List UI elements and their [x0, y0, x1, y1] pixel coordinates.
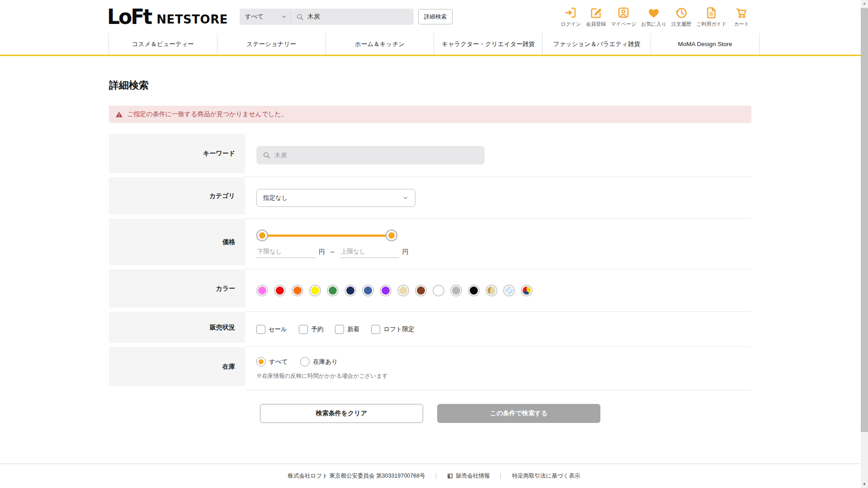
nav-item-stationery[interactable]: ステーショナリー — [217, 33, 326, 55]
keyword-field[interactable] — [256, 146, 485, 164]
clear-conditions-button[interactable]: 検索条件をクリア — [260, 404, 423, 423]
scrollbar[interactable]: ▲ ▼ — [861, 0, 868, 488]
keyword-input[interactable] — [274, 152, 478, 159]
radio-all-control[interactable] — [256, 357, 266, 366]
seller-info-link[interactable]: 販売会社情報 — [447, 472, 490, 480]
radio-all[interactable]: すべて — [256, 357, 288, 366]
footer: 株式会社ロフト 東京都公安委員会 第303319700768号 販売会社情報 特… — [0, 464, 868, 488]
color-swatch-clear[interactable] — [503, 285, 515, 296]
color-swatch-gray[interactable] — [450, 285, 462, 296]
guide-label: ご利用ガイド — [696, 21, 726, 28]
keyword-content — [245, 134, 751, 177]
stock-row: 在庫 すべて 在庫あり ※在庫情報の反映に時間がかかる場合がございます — [109, 347, 751, 390]
scrollbar-up-arrow[interactable]: ▲ — [861, 1, 868, 5]
guide-icon — [704, 6, 718, 19]
color-swatch-purple[interactable] — [380, 285, 392, 296]
sales-status-content: セール 予約 新着 ロフト限定 — [245, 312, 751, 347]
mypage-icon — [617, 6, 630, 19]
login-link[interactable]: ログイン — [561, 6, 581, 28]
checkbox-preorder[interactable]: 予約 — [299, 325, 323, 334]
price-slider-handle-max[interactable] — [386, 230, 397, 241]
footer-divider — [436, 473, 436, 479]
color-swatch-blue[interactable] — [362, 285, 374, 296]
search-submit-button[interactable]: この条件で検索する — [437, 404, 600, 423]
radio-in-stock-control[interactable] — [300, 357, 310, 366]
guide-link[interactable]: ご利用ガイド — [696, 6, 726, 28]
mypage-link[interactable]: マイページ — [611, 6, 636, 28]
price-row: 価格 円 ～ 円 — [109, 219, 751, 269]
color-swatch-green[interactable] — [327, 285, 339, 296]
mypage-label: マイページ — [611, 21, 636, 28]
category-row: カテゴリ 指定なし — [109, 177, 751, 219]
nav-item-fashion[interactable]: ファッション＆バラエティ雑貨 — [542, 33, 651, 55]
price-min-input[interactable] — [256, 248, 316, 258]
order-history-link[interactable]: 注文履歴 — [671, 6, 691, 28]
favorites-link[interactable]: お気に入り — [641, 6, 666, 28]
radio-in-stock[interactable]: 在庫あり — [300, 357, 338, 366]
price-max-input[interactable] — [340, 248, 399, 258]
favorites-icon — [647, 6, 660, 19]
nav-item-character[interactable]: キャラクター・クリエイター雑貨 — [434, 33, 542, 55]
price-tilde: ～ — [330, 248, 336, 256]
price-slider-track — [262, 235, 392, 237]
color-swatch-black[interactable] — [468, 285, 480, 296]
company-icon — [447, 473, 453, 479]
color-swatch-red[interactable] — [274, 285, 286, 296]
sales-status-row: 販売状況 セール 予約 新着 — [109, 312, 751, 347]
sales-status-options: セール 予約 新着 ロフト限定 — [256, 325, 751, 334]
checkbox-loft-exclusive[interactable]: ロフト限定 — [371, 325, 414, 334]
cart-icon — [735, 6, 748, 19]
color-swatch-yellow[interactable] — [309, 285, 321, 296]
main-content: 詳細検索 ご指定の条件に一致する商品が見つかりませんでした。 キーワード カテゴ… — [109, 79, 751, 423]
search-scope-select[interactable]: すべて — [240, 9, 290, 25]
nav-item-moma[interactable]: MoMA Design Store — [651, 33, 760, 55]
nav-item-cosmetics[interactable]: コスメ＆ビューティー — [108, 33, 217, 55]
category-select[interactable]: 指定なし — [256, 189, 415, 207]
color-label: カラー — [109, 269, 245, 308]
stock-label: 在庫 — [109, 347, 245, 386]
color-swatch-gold[interactable] — [486, 285, 497, 296]
checkbox-preorder-box[interactable] — [299, 325, 308, 334]
checkbox-new-box[interactable] — [335, 325, 344, 334]
checkbox-loft-exclusive-box[interactable] — [371, 325, 380, 334]
radio-in-stock-label: 在庫あり — [313, 358, 338, 366]
scrollbar-thumb[interactable] — [861, 8, 868, 432]
checkbox-sale[interactable]: セール — [256, 325, 287, 334]
color-swatch-brown[interactable] — [415, 285, 427, 296]
seller-info-label: 販売会社情報 — [456, 472, 490, 480]
detail-search-button-label: 詳細検索 — [424, 13, 447, 21]
radio-all-label: すべて — [269, 358, 288, 366]
detail-search-button[interactable]: 詳細検索 — [418, 9, 453, 24]
price-label: 価格 — [109, 219, 245, 265]
search-icon — [263, 151, 270, 159]
scrollbar-down-arrow[interactable]: ▼ — [861, 482, 868, 486]
checkbox-sale-box[interactable] — [256, 325, 265, 334]
clear-conditions-label: 検索条件をクリア — [316, 409, 367, 418]
color-swatch-multicolor[interactable] — [521, 285, 533, 296]
nav-item-home-kitchen[interactable]: ホーム＆キッチン — [326, 33, 434, 55]
color-content — [245, 269, 751, 312]
checkbox-sale-label: セール — [269, 325, 287, 333]
commercial-law-label: 特定商取引法に基づく表示 — [512, 472, 580, 480]
loft-logo[interactable]: LoFt NETSTORE — [107, 7, 228, 27]
register-link[interactable]: 会員登録 — [586, 6, 606, 28]
commercial-law-link[interactable]: 特定商取引法に基づく表示 — [512, 472, 580, 480]
checkbox-new[interactable]: 新着 — [335, 325, 359, 334]
color-swatch-orange[interactable] — [292, 285, 303, 296]
cart-link[interactable]: カート — [731, 6, 751, 28]
login-icon — [564, 6, 578, 19]
keyword-row: キーワード — [109, 134, 751, 177]
color-swatch-white[interactable] — [433, 285, 444, 296]
footer-divider — [500, 473, 501, 479]
color-swatch-pink[interactable] — [256, 285, 268, 296]
search-input[interactable] — [307, 13, 398, 20]
color-swatch-beige[interactable] — [397, 285, 409, 296]
color-swatch-navy[interactable] — [344, 285, 356, 296]
checkbox-preorder-label: 予約 — [311, 325, 323, 333]
keyword-label: キーワード — [109, 134, 245, 173]
category-content: 指定なし — [245, 177, 751, 219]
nav-item-label: ホーム＆キッチン — [355, 40, 405, 48]
error-banner: ご指定の条件に一致する商品が見つかりませんでした。 — [109, 106, 751, 123]
search-icon — [296, 13, 304, 21]
price-slider-handle-min[interactable] — [256, 230, 268, 241]
